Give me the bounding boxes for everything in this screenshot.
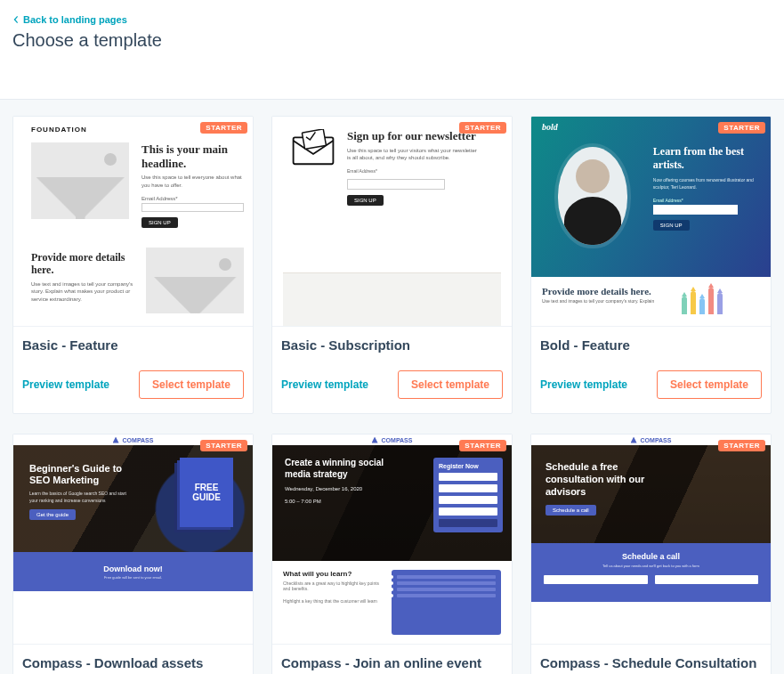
preview-footer-strip [283, 272, 501, 326]
preview-learn-sub: Checklists are a great way to highlight … [283, 581, 383, 591]
preview-date: Wednesday, December 16, 2020 [285, 485, 424, 492]
preview-headline: Create a winning social media strategy [285, 458, 392, 480]
preview-headline: This is your main headline. [141, 142, 244, 170]
preview-email-label: Email Address* [653, 198, 758, 203]
template-card[interactable]: STARTER FOUNDATION This is your main hea… [12, 116, 254, 414]
template-preview: STARTER COMPASS Create a winning social … [272, 434, 512, 645]
template-title: Bold - Feature [540, 337, 762, 353]
preview-details-text: Use text and images to tell your company… [542, 298, 675, 305]
template-card[interactable]: STARTER COMPASS Create a winning social … [271, 434, 513, 674]
preview-input [653, 205, 738, 215]
back-link[interactable]: Back to landing pages [12, 14, 127, 25]
template-card[interactable]: STARTER bold Learn from the best artists… [530, 116, 772, 414]
template-title: Basic - Subscription [281, 337, 503, 353]
image-placeholder-icon [31, 142, 129, 219]
select-template-button[interactable]: Select template [139, 370, 244, 399]
preview-time: 5:00 – 7:00 PM [285, 498, 424, 505]
preview-signup-button: SIGN UP [653, 220, 690, 231]
preview-signup-button: SIGN UP [347, 195, 384, 206]
preview-strip-sub: Free guide will be sent to your email. [104, 575, 162, 580]
preview-brand: COMPASS [123, 437, 154, 443]
preview-strip-sub: Tell us about your needs and we'll get b… [544, 564, 758, 568]
preview-brand: COMPASS [641, 437, 672, 443]
starter-badge: STARTER [718, 440, 765, 451]
preview-headline: Schedule a free consultation with our ad… [546, 461, 661, 498]
preview-learn-heading: What will you learn? [283, 570, 383, 578]
image-placeholder-icon [146, 248, 244, 313]
preview-signup-button: SIGN UP [141, 217, 178, 228]
template-title: Compass - Join an online event [281, 655, 503, 670]
template-title: Compass - Schedule Consultation [540, 655, 762, 670]
preview-brand: COMPASS [382, 437, 413, 443]
preview-input-row [544, 575, 758, 584]
template-card[interactable]: STARTER COMPASS Schedule a free consulta… [530, 434, 772, 674]
preview-headline: Beginner's Guide to SEO Marketing [29, 463, 132, 486]
envelope-icon [288, 129, 338, 169]
template-title: Compass - Download assets [22, 655, 244, 670]
preview-headline: Learn from the best artists. [653, 145, 751, 172]
preview-input [347, 179, 445, 190]
preview-cta-button: Schedule a call [546, 505, 596, 516]
preview-strip-heading: Schedule a call [544, 552, 758, 561]
compass-logo-icon [113, 437, 119, 443]
avatar-icon [558, 147, 627, 245]
preview-details-heading: Provide more details here. [31, 251, 133, 277]
preview-form-card: Register Now [433, 458, 503, 532]
preview-learn-body: Highlight a key thing that the customer … [283, 598, 383, 604]
preview-subtext: Use this space to tell your visitors wha… [347, 147, 481, 162]
template-preview: STARTER COMPASS Beginner's Guide to SEO … [13, 434, 253, 645]
template-preview: STARTER COMPASS Schedule a free consulta… [531, 434, 771, 645]
preview-strip-heading: Download now! [103, 564, 163, 573]
page-title: Choose a template [12, 30, 772, 51]
preview-subtext: Learn the basics of Google search SEO an… [29, 491, 132, 504]
preview-subtext: Now offering courses from renowned illus… [653, 177, 758, 191]
preview-template-button[interactable]: Preview template [540, 378, 627, 391]
select-template-button[interactable]: Select template [657, 370, 762, 399]
starter-badge: STARTER [200, 440, 247, 451]
preview-cta-button: Get the guide [29, 509, 76, 520]
template-card[interactable]: STARTER Sign up for our newsletter Use t… [271, 116, 513, 414]
template-preview: STARTER bold Learn from the best artists… [531, 117, 771, 327]
svg-rect-1 [302, 129, 326, 149]
compass-logo-icon [631, 437, 637, 443]
starter-badge: STARTER [718, 122, 765, 134]
back-link-label: Back to landing pages [23, 14, 127, 25]
preview-form-heading: Register Now [439, 463, 497, 469]
preview-email-label: Email Address* [141, 196, 244, 201]
select-template-button[interactable]: Select template [398, 370, 503, 399]
template-grid: STARTER FOUNDATION This is your main hea… [12, 116, 772, 674]
template-preview: STARTER FOUNDATION This is your main hea… [13, 117, 253, 327]
compass-logo-icon [372, 437, 378, 443]
preview-bullet-card [392, 570, 502, 635]
starter-badge: STARTER [200, 122, 247, 134]
preview-template-button[interactable]: Preview template [281, 378, 368, 391]
preview-input [141, 203, 244, 212]
template-title: Basic - Feature [22, 337, 244, 353]
preview-details-text: Use text and images to tell your company… [31, 280, 133, 303]
preview-logo: bold [542, 122, 558, 132]
template-card[interactable]: STARTER COMPASS Beginner's Guide to SEO … [12, 434, 254, 674]
starter-badge: STARTER [459, 122, 506, 134]
preview-template-button[interactable]: Preview template [22, 378, 109, 391]
starter-badge: STARTER [459, 440, 506, 451]
chevron-left-icon [12, 16, 20, 23]
template-preview: STARTER Sign up for our newsletter Use t… [272, 117, 512, 327]
book-icon: FREE GUIDE [180, 458, 233, 527]
pencils-icon [682, 286, 760, 314]
preview-email-label: Email Address* [347, 168, 481, 174]
preview-details-heading: Provide more details here. [542, 286, 675, 296]
preview-subtext: Use this space to tell everyone about wh… [141, 174, 244, 189]
